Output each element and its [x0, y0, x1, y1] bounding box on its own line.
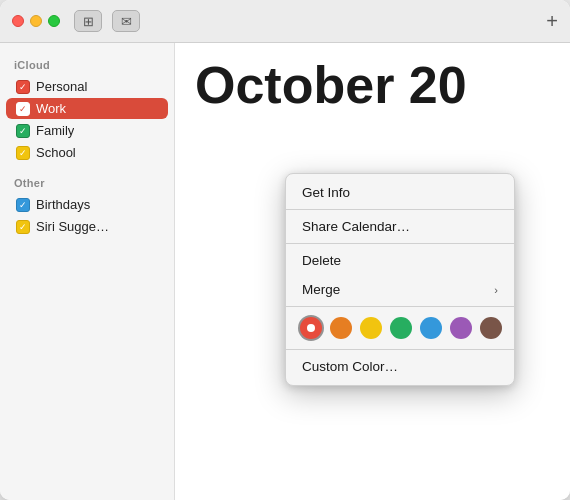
family-label: Family [36, 123, 74, 138]
inbox-icon: ✉ [121, 14, 132, 29]
maximize-button[interactable] [48, 15, 60, 27]
inbox-button[interactable]: ✉ [112, 10, 140, 32]
color-swatch-purple[interactable] [450, 317, 472, 339]
birthdays-checkbox[interactable]: ✓ [16, 198, 30, 212]
custom-color-menu-item[interactable]: Custom Color… [286, 352, 514, 381]
menu-separator-3 [286, 306, 514, 307]
merge-label: Merge [302, 282, 340, 297]
title-bar: ⊞ ✉ + [0, 0, 570, 43]
school-label: School [36, 145, 76, 160]
sidebar: iCloud ✓ Personal ✓ Work ✓ Family ✓ Scho… [0, 43, 175, 500]
other-section-label: Other [0, 173, 174, 193]
sidebar-item-family[interactable]: ✓ Family [6, 120, 168, 141]
app-window: ⊞ ✉ + iCloud ✓ Personal ✓ Work ✓ [0, 0, 570, 500]
color-swatch-red[interactable] [300, 317, 322, 339]
menu-separator-2 [286, 243, 514, 244]
menu-separator-1 [286, 209, 514, 210]
color-picker-row [286, 309, 514, 347]
grid-view-button[interactable]: ⊞ [74, 10, 102, 32]
color-swatch-blue[interactable] [420, 317, 442, 339]
context-menu: Get Info Share Calendar… Delete Merge › [285, 173, 515, 386]
minimize-button[interactable] [30, 15, 42, 27]
color-swatch-brown[interactable] [480, 317, 502, 339]
menu-separator-4 [286, 349, 514, 350]
main-content: October 20 Get Info Share Calendar… Dele… [175, 43, 570, 500]
color-swatch-green[interactable] [390, 317, 412, 339]
merge-arrow-icon: › [494, 284, 498, 296]
icloud-section-label: iCloud [0, 55, 174, 75]
grid-icon: ⊞ [83, 14, 94, 29]
personal-label: Personal [36, 79, 87, 94]
sidebar-item-school[interactable]: ✓ School [6, 142, 168, 163]
add-calendar-button[interactable]: + [546, 11, 558, 31]
plus-icon: + [546, 10, 558, 32]
work-label: Work [36, 101, 66, 116]
content-area: iCloud ✓ Personal ✓ Work ✓ Family ✓ Scho… [0, 43, 570, 500]
work-checkbox[interactable]: ✓ [16, 102, 30, 116]
close-button[interactable] [12, 15, 24, 27]
birthdays-label: Birthdays [36, 197, 90, 212]
color-swatch-yellow[interactable] [360, 317, 382, 339]
school-checkbox[interactable]: ✓ [16, 146, 30, 160]
get-info-menu-item[interactable]: Get Info [286, 178, 514, 207]
family-checkbox[interactable]: ✓ [16, 124, 30, 138]
custom-color-label: Custom Color… [302, 359, 398, 374]
delete-menu-item[interactable]: Delete [286, 246, 514, 275]
siri-label: Siri Sugge… [36, 219, 109, 234]
merge-menu-item[interactable]: Merge › [286, 275, 514, 304]
sidebar-item-birthdays[interactable]: ✓ Birthdays [6, 194, 168, 215]
share-calendar-menu-item[interactable]: Share Calendar… [286, 212, 514, 241]
sidebar-item-siri[interactable]: ✓ Siri Sugge… [6, 216, 168, 237]
month-title: October 20 [195, 59, 550, 111]
get-info-label: Get Info [302, 185, 350, 200]
sidebar-item-work[interactable]: ✓ Work [6, 98, 168, 119]
traffic-lights [12, 15, 60, 27]
delete-label: Delete [302, 253, 341, 268]
personal-checkbox[interactable]: ✓ [16, 80, 30, 94]
color-swatch-orange[interactable] [330, 317, 352, 339]
share-calendar-label: Share Calendar… [302, 219, 410, 234]
siri-checkbox[interactable]: ✓ [16, 220, 30, 234]
sidebar-item-personal[interactable]: ✓ Personal [6, 76, 168, 97]
